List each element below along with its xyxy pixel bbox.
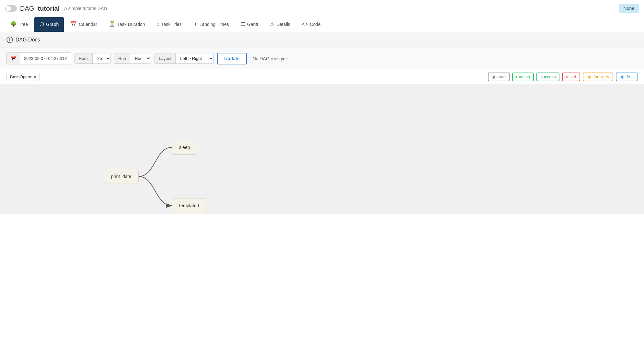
status-badges: queued running success failed up_for_ret… (488, 73, 638, 81)
tab-nav: 🌳 Tree ⬡ Graph 📅 Calendar ⏳ Task Duratio… (0, 17, 644, 32)
code-icon: <> (302, 21, 308, 27)
page-header: DAG: tutorial A simple tutorial DAG None (0, 0, 644, 17)
info-icon: i (6, 37, 13, 43)
tab-code-label: Code (310, 22, 320, 27)
tree-icon: 🌳 (10, 21, 17, 27)
details-icon: ⚠ (270, 21, 274, 27)
status-up-for-reschedule[interactable]: up_fo... (616, 73, 638, 81)
calendar-icon: 📅 (70, 21, 77, 27)
tab-graph[interactable]: ⬡ Graph (34, 17, 64, 32)
tab-landing-times-label: Landing Times (200, 22, 229, 27)
dag-description: A simple tutorial DAG (64, 6, 107, 11)
runs-label: Runs (75, 53, 93, 63)
layout-select[interactable]: Left > Right Top > Bottom (176, 53, 213, 63)
task-node-templated[interactable]: templated (172, 198, 206, 213)
date-value: 2023-02-07T04:27:31Z (20, 53, 71, 63)
status-success[interactable]: success (536, 73, 559, 81)
task-node-sleep[interactable]: sleep (172, 140, 197, 155)
dag-prefix: DAG: (20, 5, 36, 12)
layout-label: Layout (155, 53, 176, 63)
tab-graph-label: Graph (46, 22, 59, 27)
dag-docs-label: DAG Docs (16, 37, 40, 43)
none-badge: None (619, 4, 639, 13)
no-runs-message: No DAG runs yet. (253, 56, 288, 61)
tab-task-duration-label: Task Duration (117, 22, 145, 27)
dag-docs-bar[interactable]: i DAG Docs (0, 32, 644, 48)
tries-icon: ↕ (157, 21, 159, 27)
run-select[interactable]: Run (130, 53, 151, 63)
dag-title: DAG: tutorial (20, 5, 60, 12)
calendar-button[interactable]: 📅 (7, 53, 20, 64)
tab-tree[interactable]: 🌳 Tree (5, 17, 33, 32)
status-up-for-retry[interactable]: up_for_retry (583, 73, 613, 81)
run-select-group: Run Run (114, 53, 151, 64)
task-node-print-date[interactable]: print_date (104, 169, 139, 184)
update-button[interactable]: Update (217, 53, 247, 64)
tab-details[interactable]: ⚠ Details (265, 17, 295, 32)
tab-gantt[interactable]: ☰ Gantt (236, 17, 263, 32)
tab-calendar-label: Calendar (79, 22, 97, 27)
graph-icon: ⬡ (40, 21, 44, 27)
graph-canvas: print_date sleep templated (0, 85, 644, 214)
date-input-group: 📅 2023-02-07T04:27:31Z (6, 52, 71, 64)
tab-gantt-label: Gantt (247, 22, 258, 27)
controls-bar: 📅 2023-02-07T04:27:31Z Runs 25 10 50 Run… (0, 48, 644, 69)
layout-group: Layout Left > Right Top > Bottom (155, 53, 214, 64)
status-queued[interactable]: queued (488, 73, 510, 81)
dag-name: tutorial (38, 5, 60, 12)
tab-task-tries-label: Task Tries (161, 22, 182, 27)
tab-task-duration[interactable]: ⏳ Task Duration (104, 17, 150, 32)
gantt-icon: ☰ (241, 21, 245, 27)
tab-calendar[interactable]: 📅 Calendar (65, 17, 102, 32)
tab-landing-times[interactable]: ✈ Landing Times (188, 17, 234, 32)
operator-filter[interactable]: BashOperator (6, 73, 40, 81)
tab-details-label: Details (276, 22, 290, 27)
filter-bar: BashOperator queued running success fail… (0, 69, 644, 85)
duration-icon: ⏳ (109, 21, 115, 27)
tab-tree-label: Tree (19, 22, 28, 27)
runs-select[interactable]: 25 10 50 (93, 53, 110, 63)
dag-toggle[interactable] (5, 5, 17, 12)
tab-task-tries[interactable]: ↕ Task Tries (152, 17, 187, 32)
run-label: Run (114, 53, 130, 63)
landing-icon: ✈ (193, 21, 198, 27)
toggle-knob (6, 6, 11, 11)
status-running[interactable]: running (512, 73, 534, 81)
graph-svg (0, 85, 644, 214)
runs-select-group: Runs 25 10 50 (75, 53, 111, 64)
tab-code[interactable]: <> Code (297, 17, 326, 32)
status-failed[interactable]: failed (562, 73, 580, 81)
